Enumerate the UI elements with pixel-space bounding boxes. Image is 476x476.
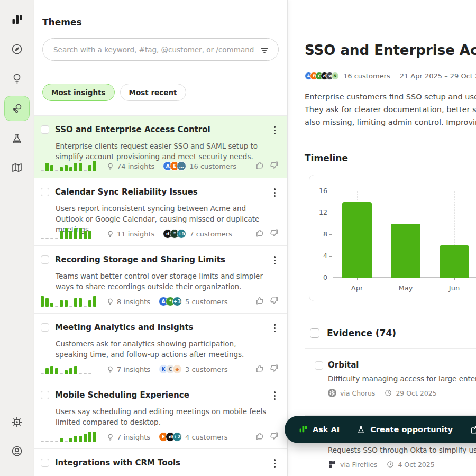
x-axis-tick: May <box>390 284 422 292</box>
evidence-date: 4 Oct 2025 <box>398 461 434 469</box>
chip-most-recent[interactable]: Most recent <box>120 84 186 101</box>
theme-checkbox[interactable] <box>41 188 49 196</box>
lightbulb-icon <box>106 298 114 306</box>
chorus-source-icon <box>328 389 336 397</box>
theme-description: Teams want better control over storage l… <box>56 271 267 292</box>
evidence-source: via Chorus <box>340 389 375 397</box>
thumbs-up-button[interactable] <box>255 296 264 307</box>
kebab-menu-icon[interactable] <box>272 124 278 136</box>
create-opportunity-label: Create opportunity <box>370 425 453 434</box>
theme-card[interactable]: Recording Storage and Sharing Limits Tea… <box>34 245 287 313</box>
evidence-header: Evidence (74) <box>310 328 476 338</box>
thumbs-down-button[interactable] <box>270 364 279 374</box>
thumbs-up-button[interactable] <box>255 228 264 239</box>
evidence-source: via Fireflies <box>340 461 377 469</box>
action-toolbar: Ask AI Create opportunity Save for later <box>285 416 476 443</box>
save-icon <box>470 425 476 434</box>
theme-title: Meeting Analytics and Insights <box>55 322 272 333</box>
theme-card[interactable]: Calendar Sync Reliability Issues Users r… <box>34 178 287 245</box>
customers-count: 4 customers <box>185 433 227 441</box>
kebab-menu-icon[interactable] <box>272 322 278 334</box>
y-axis-tick: 4 <box>313 252 327 260</box>
evidence-title: Orbital <box>328 360 476 370</box>
customer-avatar: ◆ <box>172 364 182 374</box>
theme-checkbox[interactable] <box>41 125 49 134</box>
insights-count: 7 insights <box>117 365 150 373</box>
insights-count: 8 insights <box>117 298 150 306</box>
timeline-bar-apr <box>342 202 372 278</box>
insights-sparkline <box>41 296 100 307</box>
theme-card[interactable]: SSO and Enterprise Access Control Enterp… <box>34 115 287 178</box>
y-axis-tick: 8 <box>313 230 327 238</box>
thumbs-down-button[interactable] <box>270 432 279 442</box>
insights-sparkline <box>41 364 100 374</box>
theme-detail-panel: SSO and Enterprise Access Control AECdxN… <box>288 0 476 476</box>
customers-count: 7 customers <box>189 230 232 238</box>
filter-icon[interactable] <box>259 44 270 55</box>
save-for-later-button[interactable]: Save for later <box>470 425 476 434</box>
description-line: also missing, limiting admin control. Im… <box>305 116 476 129</box>
y-axis-tick: 12 <box>313 208 327 216</box>
theme-checkbox[interactable] <box>41 323 49 332</box>
sidebar-item-insights[interactable] <box>5 67 29 90</box>
theme-card-list: SSO and Enterprise Access Control Enterp… <box>34 115 287 476</box>
flask-icon <box>356 425 365 434</box>
thumbs-up-button[interactable] <box>255 364 264 374</box>
lightbulb-icon <box>106 365 114 373</box>
customer-avatars: Ed+2 <box>159 432 182 442</box>
search-bar[interactable] <box>42 38 279 61</box>
evidence-select-all-checkbox[interactable] <box>310 328 319 338</box>
ask-ai-label: Ask AI <box>313 425 340 434</box>
chip-most-insights[interactable]: Most insights <box>42 84 115 101</box>
theme-checkbox[interactable] <box>41 255 49 264</box>
customer-avatar: +5 <box>177 229 186 239</box>
x-axis-tick: Apr <box>341 284 373 292</box>
app-logo[interactable] <box>5 8 29 32</box>
evidence-checkbox[interactable] <box>315 361 323 370</box>
thumbs-up-button[interactable] <box>255 432 264 442</box>
insights-sparkline <box>41 228 100 239</box>
theme-card[interactable]: Mobile Scheduling Experience Users say s… <box>34 381 287 448</box>
evidence-date: 29 Oct 2025 <box>396 389 436 397</box>
evidence-description: Requests SSO through Okta to simplify us… <box>328 446 476 454</box>
ask-ai-button[interactable]: Ask AI <box>298 425 340 434</box>
thumbs-down-button[interactable] <box>270 228 279 239</box>
user-icon <box>11 445 23 457</box>
customer-avatar: N <box>331 72 339 80</box>
kebab-menu-icon[interactable] <box>272 187 278 199</box>
customer-avatars: AE… <box>163 161 186 171</box>
map-icon <box>11 161 23 174</box>
evidence-item[interactable]: Orbital Difficulty managing access for l… <box>305 349 476 406</box>
thumbs-up-button[interactable] <box>255 161 264 171</box>
sidebar-item-map[interactable] <box>5 156 29 179</box>
theme-checkbox[interactable] <box>41 459 49 467</box>
kebab-menu-icon[interactable] <box>272 390 278 402</box>
sidebar-item-account[interactable] <box>5 440 29 463</box>
lightbulb-icon <box>106 230 114 238</box>
create-opportunity-button[interactable]: Create opportunity <box>356 425 453 434</box>
theme-card[interactable]: Integrations with CRM Tools <box>34 448 287 476</box>
search-input[interactable] <box>52 45 259 54</box>
description-line: Enterprise customers find SSO setup and … <box>305 90 476 103</box>
sidebar-item-themes[interactable] <box>4 96 30 121</box>
customers-count: 3 customers <box>185 365 227 373</box>
kebab-menu-icon[interactable] <box>272 457 278 470</box>
sidebar-item-labs[interactable] <box>5 127 29 150</box>
kebab-menu-icon[interactable] <box>272 254 278 267</box>
customer-avatars: AECdxN <box>305 72 339 80</box>
sidebar-item-explore[interactable] <box>5 38 29 61</box>
theme-card[interactable]: Meeting Analytics and Insights Customers… <box>34 313 287 381</box>
customers-count: 16 customers <box>189 162 236 170</box>
thumbs-down-button[interactable] <box>270 161 279 171</box>
lightbulb-icon <box>106 162 114 170</box>
theme-checkbox[interactable] <box>41 391 49 399</box>
theme-title: SSO and Enterprise Access Control <box>55 124 272 135</box>
detail-meta: AECdxN 16 customers 21 Apr 2025 – 29 Oct… <box>305 72 476 80</box>
insights-sparkline <box>41 432 100 442</box>
theme-description: Users say scheduling and editing meeting… <box>56 406 267 427</box>
theme-title: Mobile Scheduling Experience <box>55 390 272 400</box>
thumbs-down-button[interactable] <box>270 296 279 307</box>
theme-description: Customers ask for analytics showing part… <box>56 338 267 360</box>
flask-icon <box>11 132 23 145</box>
sidebar-item-settings[interactable] <box>5 410 29 434</box>
